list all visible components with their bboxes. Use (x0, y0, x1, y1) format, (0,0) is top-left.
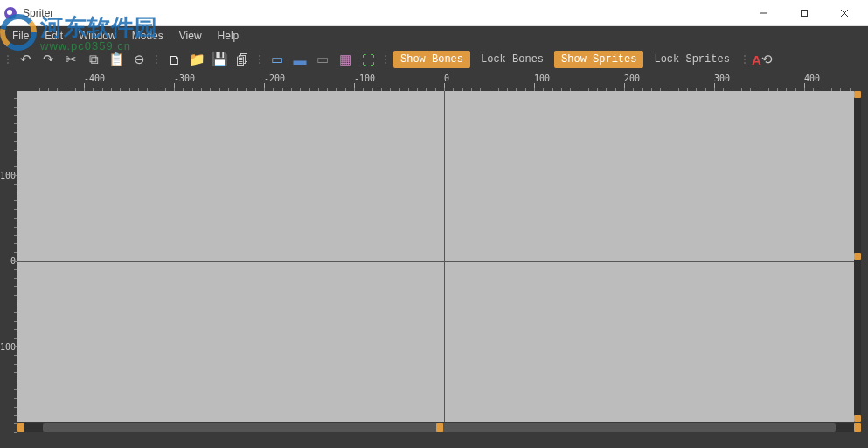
ruler-h-label: 200 (624, 74, 640, 83)
zoom-out-icon[interactable]: ⊖ (128, 48, 150, 71)
canvas-area (17, 91, 861, 448)
toolbar: ↶↷✂⧉📋⊖ 🗋📁💾🗐 ▭▬▭▦⛶ Show BonesLock BonesSh… (0, 46, 868, 74)
toggle-show-sprites[interactable]: Show Sprites (554, 51, 643, 68)
ruler-h-label: 300 (714, 74, 730, 83)
ruler-vertical: -1000100 (0, 91, 17, 448)
toolbar-grip (744, 55, 746, 64)
panel-4-icon[interactable]: ▦ (334, 48, 357, 71)
ruler-h-label: 0 (444, 74, 449, 83)
open-folder-icon[interactable]: 📁 (185, 48, 208, 71)
panel-3-icon[interactable]: ▭ (311, 48, 334, 71)
window-title: Spriter (23, 7, 53, 19)
undo-icon[interactable]: ↶ (14, 48, 37, 71)
toggle-show-bones[interactable]: Show Bones (393, 51, 470, 68)
titlebar: Spriter (0, 0, 868, 26)
canvas[interactable] (17, 91, 861, 422)
toolbar-grip (385, 55, 386, 64)
ruler-h-label: -300 (174, 74, 195, 83)
app-icon (3, 6, 17, 20)
svg-point-1 (7, 10, 12, 15)
paste-icon[interactable]: 📋 (105, 48, 128, 71)
menubar: File Edit Window Modes View Help (0, 26, 868, 46)
ruler-h-label: -200 (264, 74, 285, 83)
ruler-horizontal: -400-300-200-1000100200300400 (17, 74, 861, 91)
minimize-button[interactable] (744, 0, 784, 26)
scrollbar-vertical[interactable] (854, 91, 861, 422)
panel-1-icon[interactable]: ▭ (266, 48, 288, 71)
toggle-lock-sprites[interactable]: Lock Sprites (647, 51, 736, 68)
menu-edit[interactable]: Edit (38, 28, 70, 44)
workspace: -400-300-200-1000100200300400 -1000100 (0, 74, 868, 448)
character-map-icon[interactable]: A⟲ (751, 48, 774, 71)
scrollbar-horizontal[interactable] (17, 424, 861, 432)
menu-help[interactable]: Help (211, 28, 247, 44)
fullscreen-icon[interactable]: ⛶ (357, 48, 379, 71)
ruler-h-label: 100 (534, 74, 550, 83)
save-all-icon[interactable]: 🗐 (231, 48, 253, 71)
save-icon[interactable]: 💾 (208, 48, 231, 71)
toggle-lock-bones[interactable]: Lock Bones (474, 51, 551, 68)
origin-axis-y (444, 91, 445, 422)
toolbar-grip (156, 55, 157, 64)
cut-icon[interactable]: ✂ (59, 48, 82, 71)
menu-modes[interactable]: Modes (125, 28, 170, 44)
origin-axis-x (17, 261, 861, 262)
menu-window[interactable]: Window (72, 28, 123, 44)
svg-rect-3 (802, 10, 808, 16)
ruler-h-label: -400 (84, 74, 105, 83)
ruler-h-label: -100 (354, 74, 375, 83)
menu-file[interactable]: File (5, 28, 36, 44)
redo-icon[interactable]: ↷ (37, 48, 59, 71)
new-file-icon[interactable]: 🗋 (163, 48, 185, 71)
copy-icon[interactable]: ⧉ (82, 48, 105, 71)
panel-2-icon[interactable]: ▬ (288, 48, 311, 71)
maximize-button[interactable] (784, 0, 824, 26)
menu-view[interactable]: View (172, 28, 209, 44)
close-button[interactable] (824, 0, 865, 26)
toolbar-grip (7, 55, 9, 64)
ruler-h-label: 400 (804, 74, 820, 83)
toolbar-grip (259, 55, 260, 64)
